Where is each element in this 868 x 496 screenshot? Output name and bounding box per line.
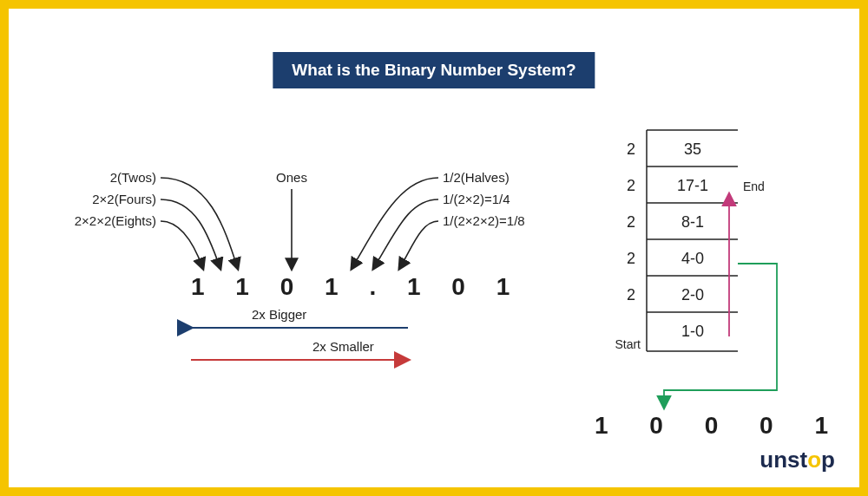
divisor-3: 2 [627, 250, 635, 267]
row-1: 17-1 [677, 177, 708, 194]
label-start: Start [615, 337, 641, 351]
label-twos: 2(Twos) [110, 170, 156, 185]
divisor-4: 2 [627, 286, 635, 303]
row-3: 4-0 [681, 250, 704, 267]
label-smaller: 2x Smaller [312, 339, 374, 354]
label-halves: 1/2(Halves) [443, 170, 510, 185]
row-5: 1-0 [681, 323, 704, 340]
diagram-canvas: 2(Twos) 2×2(Fours) 2×2×2(Eights) Ones 1/… [9, 9, 859, 487]
binary-example-digits: 1 1 0 1 . 1 0 1 [191, 273, 522, 300]
arrow-fours-icon [161, 199, 220, 269]
arrow-halves-icon [352, 178, 438, 269]
label-eighth: 1/(2×2×2)=1/8 [443, 213, 525, 228]
arrow-eighth-icon [399, 221, 438, 269]
divisor-2: 2 [627, 213, 635, 231]
label-eights: 2×2×2(Eights) [75, 213, 156, 228]
brand-logo: unstop [760, 447, 835, 473]
label-fours: 2×2(Fours) [92, 192, 156, 206]
arrow-eights-icon [161, 221, 203, 269]
label-quarter: 1/(2×2)=1/4 [443, 192, 510, 206]
divisor-1: 2 [627, 177, 635, 194]
label-ones: Ones [276, 170, 307, 185]
row-4: 2-0 [681, 286, 704, 303]
label-end: End [743, 179, 765, 193]
division-table: 2 2 2 2 2 35 17-1 8-1 4-0 2-0 1-0 End St… [615, 130, 777, 408]
row-2: 8-1 [681, 213, 704, 231]
label-bigger: 2x Bigger [252, 307, 306, 322]
outer-frame: What is the Binary Number System? 2(Twos… [0, 0, 868, 496]
row-0: 35 [684, 140, 701, 158]
divisor-0: 2 [627, 140, 635, 158]
result-binary-digits: 1 0 0 0 1 1 [595, 412, 859, 439]
